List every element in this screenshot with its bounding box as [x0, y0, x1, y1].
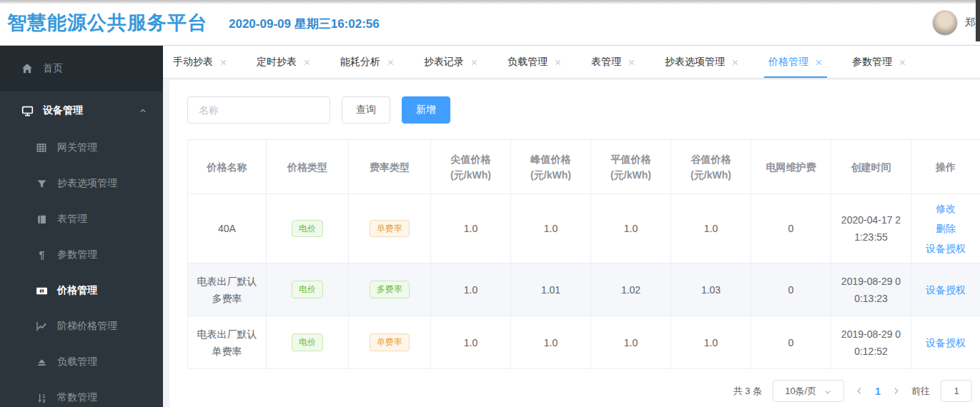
- goto-label: 前往: [911, 385, 930, 398]
- cell-valley-price: 1.0: [671, 316, 751, 369]
- close-icon[interactable]: [628, 58, 635, 66]
- avatar[interactable]: [932, 10, 958, 36]
- cell-created-time: 2019-08-29 00:13:23: [831, 263, 911, 316]
- action-link[interactable]: 修改: [936, 199, 956, 218]
- sidebar-item-price-management[interactable]: 1价格管理: [0, 273, 163, 308]
- add-button[interactable]: 新增: [402, 96, 450, 124]
- price-type-badge: 电价: [292, 333, 323, 351]
- table-row: 电表出厂默认多费率电价多费率1.01.011.021.0302019-08-29…: [188, 263, 980, 316]
- sidebar-item-label: 负载管理: [57, 356, 97, 368]
- prev-page-button[interactable]: [855, 386, 864, 396]
- tab-manual-reading[interactable]: 手动抄表: [173, 46, 227, 78]
- cell-peak-price: 1.0: [511, 316, 591, 369]
- column-header: 电网维护费: [751, 140, 831, 194]
- goto-page-input[interactable]: [941, 380, 972, 402]
- tab-energy-analysis[interactable]: 能耗分析: [340, 46, 395, 78]
- tab-meter-management[interactable]: 表管理: [591, 46, 635, 78]
- svg-text:1: 1: [42, 393, 45, 398]
- action-link[interactable]: 设备授权: [926, 238, 966, 258]
- sidebar-item-label: 阶梯价格管理: [57, 320, 117, 333]
- tab-label: 价格管理: [768, 56, 808, 69]
- filter-icon: [34, 179, 49, 189]
- chevron-down-icon: [823, 386, 832, 396]
- cell-flat-price: 1.0: [591, 316, 671, 369]
- eject-icon: [34, 357, 49, 368]
- table-header-row: 价格名称价格类型费率类型尖值价格(元/kWh)峰值价格(元/kWh)平值价格(元…: [188, 140, 980, 194]
- book-icon: [34, 214, 49, 225]
- close-icon[interactable]: [899, 58, 906, 66]
- cell-created-time: 2020-04-17 21:23:55: [831, 194, 911, 263]
- sidebar-item-constant-management[interactable]: 19常数管理: [0, 380, 163, 407]
- cell-rate-type: 单费率: [349, 194, 431, 263]
- sidebar-item-tiered-price-management[interactable]: 阶梯价格管理: [0, 308, 163, 344]
- cell-price-name: 40A: [188, 194, 267, 263]
- tab-label: 定时抄表: [257, 56, 297, 69]
- column-header: 尖值价格(元/kWh): [431, 140, 511, 194]
- window-edge: [976, 0, 980, 41]
- page-size-select[interactable]: 10条/页: [773, 380, 844, 402]
- sidebar-item-label: 常数管理: [57, 391, 97, 404]
- sidebar-item-device-management[interactable]: 设备管理: [0, 91, 163, 130]
- sidebar-item-label: 价格管理: [57, 284, 97, 297]
- sort-numeric-icon: 19: [34, 393, 49, 403]
- sidebar-item-parameter-management[interactable]: ¶参数管理: [0, 237, 163, 273]
- cell-price-name: 电表出厂默认单费率: [188, 316, 267, 369]
- cell-grid-fee: 0: [751, 316, 831, 369]
- cell-price-type: 电价: [267, 316, 349, 369]
- content: 查询 新增 价格名称价格类型费率类型尖值价格(元/kWh)峰值价格(元/kWh)…: [163, 79, 980, 407]
- svg-text:9: 9: [42, 398, 45, 403]
- cell-sharp-price: 1.0: [431, 263, 511, 316]
- cell-grid-fee: 0: [751, 194, 831, 263]
- cell-flat-price: 1.02: [591, 263, 671, 316]
- sidebar-item-load-management[interactable]: 负载管理: [0, 344, 163, 380]
- tab-reading-options-management[interactable]: 抄表选项管理: [665, 46, 739, 78]
- action-link[interactable]: 设备授权: [926, 333, 966, 353]
- close-icon[interactable]: [219, 58, 227, 66]
- sidebar-item-label: 参数管理: [57, 248, 97, 261]
- tab-scheduled-reading[interactable]: 定时抄表: [257, 46, 311, 78]
- price-type-badge: 电价: [292, 281, 323, 298]
- tab-label: 表管理: [591, 56, 621, 69]
- tab-label: 能耗分析: [340, 56, 380, 69]
- cell-peak-price: 1.01: [511, 263, 591, 316]
- tab-label: 负载管理: [508, 56, 548, 69]
- sidebar: 首页设备管理网关管理抄表选项管理表管理¶参数管理1价格管理阶梯价格管理负载管理1…: [0, 46, 163, 407]
- search-input[interactable]: [187, 96, 330, 124]
- next-page-button[interactable]: [891, 386, 901, 396]
- close-icon[interactable]: [731, 58, 739, 66]
- sidebar-item-meter-management[interactable]: 表管理: [0, 201, 163, 237]
- cell-actions: 修改删除设备授权: [911, 194, 980, 263]
- cell-rate-type: 多费率: [349, 263, 431, 316]
- close-icon[interactable]: [470, 58, 478, 66]
- page-number[interactable]: 1: [875, 386, 881, 397]
- close-icon[interactable]: [815, 58, 823, 66]
- tab-reading-records[interactable]: 抄表记录: [424, 46, 478, 78]
- cell-price-type: 电价: [267, 263, 349, 316]
- close-icon[interactable]: [303, 58, 311, 66]
- column-header: 平值价格(元/kWh): [591, 140, 671, 194]
- tab-price-management[interactable]: 价格管理: [768, 46, 823, 78]
- column-header: 费率类型: [349, 140, 431, 194]
- grid-icon: [34, 142, 49, 154]
- close-icon[interactable]: [387, 58, 395, 66]
- sidebar-item-gateway-management[interactable]: 网关管理: [0, 130, 163, 166]
- tab-load-management[interactable]: 负载管理: [508, 46, 562, 78]
- user-menu[interactable]: 郑: [932, 10, 976, 36]
- tab-parameter-management[interactable]: 参数管理: [852, 46, 906, 78]
- sidebar-item-home[interactable]: 首页: [0, 46, 163, 91]
- rate-type-badge: 单费率: [370, 333, 410, 351]
- action-link[interactable]: 删除: [936, 218, 956, 238]
- close-icon[interactable]: [554, 58, 562, 66]
- sidebar-item-reading-options-management[interactable]: 抄表选项管理: [0, 166, 163, 201]
- column-header: 操作: [911, 140, 980, 194]
- sidebar-item-label: 网关管理: [57, 141, 97, 154]
- action-link[interactable]: 设备授权: [926, 280, 966, 300]
- cell-flat-price: 1.0: [591, 194, 671, 263]
- rate-type-badge: 多费率: [370, 281, 410, 298]
- cell-actions: 设备授权: [911, 316, 980, 369]
- column-header: 谷值价格(元/kWh): [671, 140, 751, 194]
- cell-price-type: 电价: [267, 194, 349, 263]
- query-button[interactable]: 查询: [342, 96, 390, 124]
- tab-bar: 手动抄表定时抄表能耗分析抄表记录负载管理表管理抄表选项管理价格管理参数管理: [163, 46, 980, 79]
- cell-sharp-price: 1.0: [431, 194, 511, 263]
